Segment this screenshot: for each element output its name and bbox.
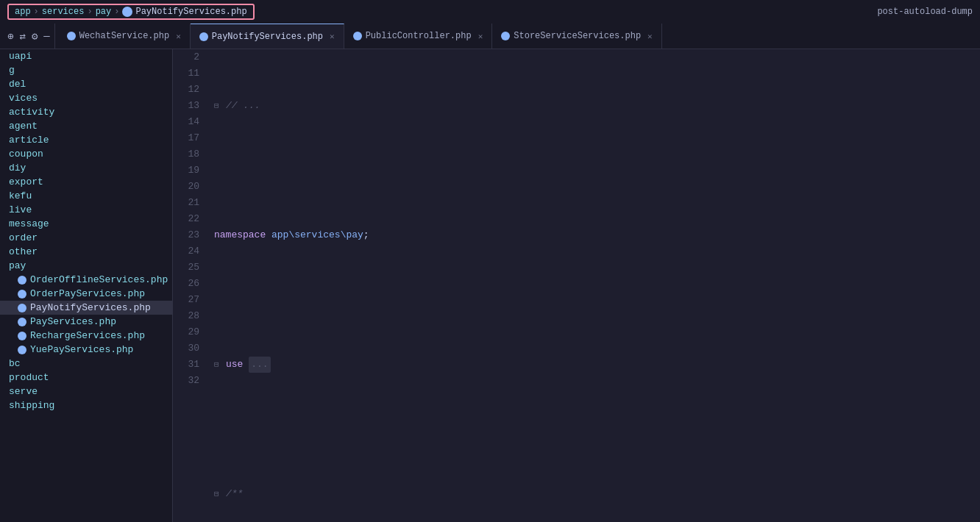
title-bar: app › services › pay › PayNotifyServices… bbox=[0, 0, 980, 24]
fold-btn[interactable]: ⊟ bbox=[214, 486, 223, 502]
tab-close-btn[interactable]: ✕ bbox=[478, 32, 483, 41]
sidebar-item-kefu[interactable]: kefu bbox=[0, 189, 172, 203]
sidebar-item-shipping[interactable]: shipping bbox=[0, 398, 172, 412]
tab-bar-icons[interactable]: ⊕ ⇄ ⚙ — bbox=[3, 24, 55, 49]
split-icon[interactable]: ⇄ bbox=[19, 30, 25, 43]
sidebar-item-pay[interactable]: pay bbox=[0, 259, 172, 273]
tab-icon bbox=[353, 32, 362, 40]
php-file-icon bbox=[122, 7, 132, 17]
code-line-17 bbox=[214, 421, 980, 437]
sidebar-item-vices[interactable]: vices bbox=[0, 91, 172, 105]
tab-public-controller[interactable]: PublicController.php ✕ bbox=[344, 24, 493, 49]
sidebar: uapi g del vices activity agent article … bbox=[0, 49, 173, 522]
code-line-14: ⊟use ... bbox=[214, 357, 980, 373]
minimize-icon[interactable]: — bbox=[43, 30, 49, 42]
main-area: uapi g del vices activity agent article … bbox=[0, 49, 980, 522]
sidebar-item-recharge[interactable]: RechargeServices.php bbox=[0, 329, 172, 343]
tab-wechat-service[interactable]: WechatService.php ✕ bbox=[58, 24, 191, 49]
code-line-12: namespace app\services\pay; bbox=[214, 227, 980, 243]
sidebar-item-order-offline[interactable]: OrderOfflineServices.php bbox=[0, 273, 172, 287]
sidebar-item-order-pay[interactable]: OrderPayServices.php bbox=[0, 287, 172, 301]
sidebar-item-live[interactable]: live bbox=[0, 203, 172, 217]
tab-label: StoreServiceServices.php bbox=[514, 31, 641, 41]
file-icon bbox=[18, 346, 26, 354]
tab-pay-notify-services[interactable]: PayNotifyServices.php ✕ bbox=[191, 24, 344, 49]
breadcrumb-services: services bbox=[42, 7, 85, 17]
tab-close-btn[interactable]: ✕ bbox=[176, 32, 181, 41]
sidebar-item-export[interactable]: export bbox=[0, 175, 172, 189]
breadcrumb-app: app bbox=[15, 7, 31, 17]
file-icon bbox=[18, 332, 26, 340]
tab-label: PayNotifyServices.php bbox=[212, 32, 323, 42]
sidebar-item-order[interactable]: order bbox=[0, 231, 172, 245]
breadcrumb-file: PayNotifyServices.php bbox=[135, 7, 246, 17]
sidebar-item-pay-notify[interactable]: PayNotifyServices.php bbox=[0, 301, 172, 315]
sidebar-item-message[interactable]: message bbox=[0, 217, 172, 231]
code-line-13 bbox=[214, 292, 980, 308]
sidebar-item-pay-services[interactable]: PayServices.php bbox=[0, 315, 172, 329]
sidebar-item-other[interactable]: other bbox=[0, 245, 172, 259]
tab-icon bbox=[501, 32, 510, 40]
sidebar-item-agent[interactable]: agent bbox=[0, 119, 172, 133]
sidebar-item-diy[interactable]: diy bbox=[0, 161, 172, 175]
code-content[interactable]: ⊟// ... namespace app\services\pay; ⊟use… bbox=[208, 49, 980, 522]
sidebar-item-activity[interactable]: activity bbox=[0, 105, 172, 119]
sidebar-item-coupon[interactable]: coupon bbox=[0, 147, 172, 161]
file-icon bbox=[18, 276, 26, 285]
tab-store-service-services[interactable]: StoreServiceServices.php ✕ bbox=[492, 24, 661, 49]
tab-close-btn[interactable]: ✕ bbox=[647, 32, 653, 41]
add-tab-icon[interactable]: ⊕ bbox=[7, 30, 13, 43]
tab-bar: ⊕ ⇄ ⚙ — WechatService.php ✕ PayNotifySer… bbox=[0, 24, 980, 49]
sidebar-item-article[interactable]: article bbox=[0, 133, 172, 147]
breadcrumb-pay: pay bbox=[96, 7, 112, 17]
tab-label: WechatService.php bbox=[79, 31, 169, 41]
file-icon bbox=[18, 318, 26, 326]
code-line-11 bbox=[214, 162, 980, 179]
tab-icon bbox=[67, 32, 76, 40]
tab-close-btn[interactable]: ✕ bbox=[330, 32, 335, 41]
breadcrumb: app › services › pay › PayNotifyServices… bbox=[7, 4, 255, 20]
file-icon bbox=[18, 304, 26, 312]
sidebar-item-yue-pay[interactable]: YuePayServices.php bbox=[0, 343, 172, 357]
sidebar-item-bc[interactable]: bc bbox=[0, 357, 172, 371]
code-line-2: ⊟// ... bbox=[214, 98, 980, 114]
code-line-18: ⊟/** bbox=[214, 486, 980, 502]
tab-icon bbox=[199, 32, 208, 41]
sidebar-item-del[interactable]: del bbox=[0, 77, 172, 91]
sidebar-item-product[interactable]: product bbox=[0, 371, 172, 385]
code-editor[interactable]: 2 11 12 13 14 17 18 19 20 21 22 23 24 25… bbox=[173, 49, 980, 522]
sidebar-item-serve[interactable]: serve bbox=[0, 385, 172, 398]
title-right-text: post-autoload-dump bbox=[877, 7, 973, 17]
settings-icon[interactable]: ⚙ bbox=[32, 30, 38, 43]
sidebar-item-g[interactable]: g bbox=[0, 63, 172, 77]
line-numbers: 2 11 12 13 14 17 18 19 20 21 22 23 24 25… bbox=[173, 49, 208, 522]
fold-btn[interactable]: ⊟ bbox=[214, 98, 223, 114]
fold-btn[interactable]: ⊟ bbox=[214, 357, 223, 373]
file-icon bbox=[18, 290, 26, 298]
tab-label: PublicController.php bbox=[366, 31, 472, 41]
sidebar-item-uapi[interactable]: uapi bbox=[0, 49, 172, 63]
